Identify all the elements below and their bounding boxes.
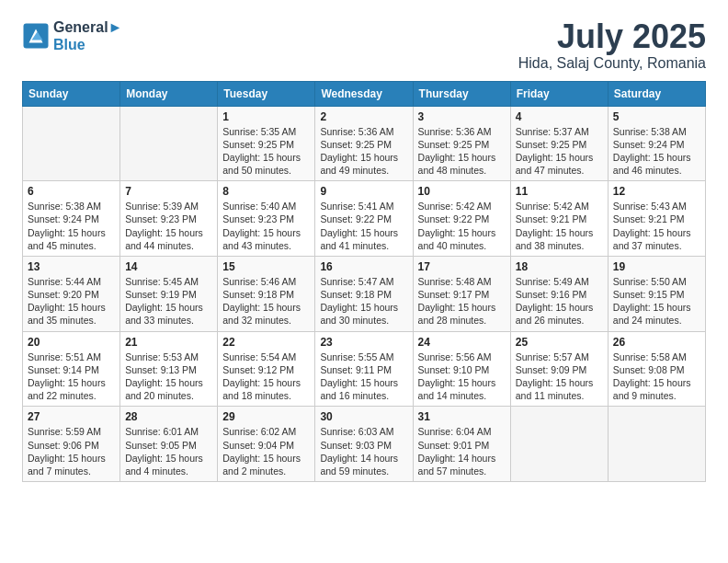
calendar-cell: 17Sunrise: 5:48 AM Sunset: 9:17 PM Dayli… [413,256,510,331]
calendar-cell: 28Sunrise: 6:01 AM Sunset: 9:05 PM Dayli… [120,407,218,482]
calendar-cell: 19Sunrise: 5:50 AM Sunset: 9:15 PM Dayli… [608,256,705,331]
day-info: Sunrise: 5:43 AM Sunset: 9:21 PM Dayligh… [613,200,700,252]
calendar-cell: 3Sunrise: 5:36 AM Sunset: 9:25 PM Daylig… [413,106,510,181]
day-info: Sunrise: 5:38 AM Sunset: 9:24 PM Dayligh… [613,125,700,178]
day-info: Sunrise: 5:38 AM Sunset: 9:24 PM Dayligh… [28,200,115,252]
day-number: 18 [516,260,603,273]
day-info: Sunrise: 5:57 AM Sunset: 9:09 PM Dayligh… [516,350,603,403]
day-number: 11 [516,185,603,198]
day-number: 24 [418,336,506,349]
day-info: Sunrise: 5:45 AM Sunset: 9:19 PM Dayligh… [125,275,212,327]
calendar-cell: 4Sunrise: 5:37 AM Sunset: 9:25 PM Daylig… [510,106,608,181]
day-number: 12 [613,185,700,198]
calendar-cell: 24Sunrise: 5:56 AM Sunset: 9:10 PM Dayli… [413,331,510,407]
day-info: Sunrise: 5:49 AM Sunset: 9:16 PM Dayligh… [516,275,603,327]
calendar-cell: 29Sunrise: 6:02 AM Sunset: 9:04 PM Dayli… [218,407,315,482]
day-info: Sunrise: 6:01 AM Sunset: 9:05 PM Dayligh… [125,425,212,477]
day-number: 26 [613,336,700,349]
day-info: Sunrise: 5:51 AM Sunset: 9:14 PM Dayligh… [28,350,115,403]
day-info: Sunrise: 6:04 AM Sunset: 9:01 PM Dayligh… [418,425,506,477]
day-number: 10 [418,185,506,198]
day-number: 1 [222,110,310,123]
header: General► Blue July 2025 Hida, Salaj Coun… [22,18,706,72]
calendar-cell: 16Sunrise: 5:47 AM Sunset: 9:18 PM Dayli… [315,256,413,331]
calendar-cell: 25Sunrise: 5:57 AM Sunset: 9:09 PM Dayli… [510,331,608,407]
calendar-week-row: 27Sunrise: 5:59 AM Sunset: 9:06 PM Dayli… [23,407,706,482]
day-number: 7 [125,185,212,198]
dow-header: Wednesday [315,81,413,106]
calendar-cell: 15Sunrise: 5:46 AM Sunset: 9:18 PM Dayli… [218,256,315,331]
day-number: 15 [222,260,310,273]
calendar-cell: 20Sunrise: 5:51 AM Sunset: 9:14 PM Dayli… [23,331,120,407]
day-number: 2 [320,110,407,123]
day-number: 6 [28,185,115,198]
day-number: 3 [418,110,506,123]
day-number: 29 [222,410,310,423]
day-info: Sunrise: 5:54 AM Sunset: 9:12 PM Dayligh… [222,350,310,403]
dow-header: Sunday [23,81,120,106]
day-info: Sunrise: 5:53 AM Sunset: 9:13 PM Dayligh… [125,350,212,403]
day-number: 22 [222,336,310,349]
day-info: Sunrise: 5:40 AM Sunset: 9:23 PM Dayligh… [222,200,310,252]
calendar-cell: 10Sunrise: 5:42 AM Sunset: 9:22 PM Dayli… [413,181,510,257]
day-number: 23 [320,336,407,349]
logo: General► Blue [22,18,122,53]
day-number: 30 [320,410,407,423]
day-info: Sunrise: 5:36 AM Sunset: 9:25 PM Dayligh… [418,125,506,178]
calendar-cell [23,106,120,181]
day-number: 5 [613,110,700,123]
dow-header: Tuesday [218,81,315,106]
day-info: Sunrise: 5:48 AM Sunset: 9:17 PM Dayligh… [418,275,506,327]
day-number: 20 [28,336,115,349]
day-number: 14 [125,260,212,273]
day-number: 31 [418,410,506,423]
calendar-cell: 30Sunrise: 6:03 AM Sunset: 9:03 PM Dayli… [315,407,413,482]
day-number: 21 [125,336,212,349]
calendar-cell: 14Sunrise: 5:45 AM Sunset: 9:19 PM Dayli… [120,256,218,331]
calendar-cell: 18Sunrise: 5:49 AM Sunset: 9:16 PM Dayli… [510,256,608,331]
day-info: Sunrise: 6:03 AM Sunset: 9:03 PM Dayligh… [320,425,407,477]
calendar-week-row: 13Sunrise: 5:44 AM Sunset: 9:20 PM Dayli… [23,256,706,331]
day-number: 27 [28,410,115,423]
days-of-week-row: SundayMondayTuesdayWednesdayThursdayFrid… [23,81,706,106]
calendar-cell: 7Sunrise: 5:39 AM Sunset: 9:23 PM Daylig… [120,181,218,257]
day-info: Sunrise: 5:56 AM Sunset: 9:10 PM Dayligh… [418,350,506,403]
day-info: Sunrise: 5:35 AM Sunset: 9:25 PM Dayligh… [222,125,310,178]
day-info: Sunrise: 5:36 AM Sunset: 9:25 PM Dayligh… [320,125,407,178]
day-number: 4 [516,110,603,123]
day-number: 17 [418,260,506,273]
page: General► Blue July 2025 Hida, Salaj Coun… [0,0,728,500]
dow-header: Monday [120,81,218,106]
calendar-body: 1Sunrise: 5:35 AM Sunset: 9:25 PM Daylig… [23,106,706,481]
day-info: Sunrise: 5:41 AM Sunset: 9:22 PM Dayligh… [320,200,407,252]
calendar-cell [120,106,218,181]
dow-header: Saturday [608,81,705,106]
day-info: Sunrise: 5:37 AM Sunset: 9:25 PM Dayligh… [516,125,603,178]
calendar-cell: 31Sunrise: 6:04 AM Sunset: 9:01 PM Dayli… [413,407,510,482]
calendar-cell [510,407,608,482]
dow-header: Friday [510,81,608,106]
calendar-cell: 11Sunrise: 5:42 AM Sunset: 9:21 PM Dayli… [510,181,608,257]
calendar-cell: 5Sunrise: 5:38 AM Sunset: 9:24 PM Daylig… [608,106,705,181]
day-number: 8 [222,185,310,198]
day-info: Sunrise: 5:59 AM Sunset: 9:06 PM Dayligh… [28,425,115,477]
calendar-cell: 1Sunrise: 5:35 AM Sunset: 9:25 PM Daylig… [218,106,315,181]
sub-title: Hida, Salaj County, Romania [518,55,706,72]
calendar-week-row: 1Sunrise: 5:35 AM Sunset: 9:25 PM Daylig… [23,106,706,181]
day-info: Sunrise: 5:44 AM Sunset: 9:20 PM Dayligh… [28,275,115,327]
day-info: Sunrise: 6:02 AM Sunset: 9:04 PM Dayligh… [222,425,310,477]
calendar-cell: 9Sunrise: 5:41 AM Sunset: 9:22 PM Daylig… [315,181,413,257]
day-number: 13 [28,260,115,273]
calendar-cell [608,407,705,482]
day-number: 28 [125,410,212,423]
day-info: Sunrise: 5:42 AM Sunset: 9:22 PM Dayligh… [418,200,506,252]
calendar-week-row: 6Sunrise: 5:38 AM Sunset: 9:24 PM Daylig… [23,181,706,257]
day-number: 25 [516,336,603,349]
day-number: 19 [613,260,700,273]
calendar-week-row: 20Sunrise: 5:51 AM Sunset: 9:14 PM Dayli… [23,331,706,407]
main-title: July 2025 [518,18,706,55]
day-info: Sunrise: 5:47 AM Sunset: 9:18 PM Dayligh… [320,275,407,327]
logo-icon [22,22,50,50]
calendar-cell: 6Sunrise: 5:38 AM Sunset: 9:24 PM Daylig… [23,181,120,257]
day-info: Sunrise: 5:58 AM Sunset: 9:08 PM Dayligh… [613,350,700,403]
